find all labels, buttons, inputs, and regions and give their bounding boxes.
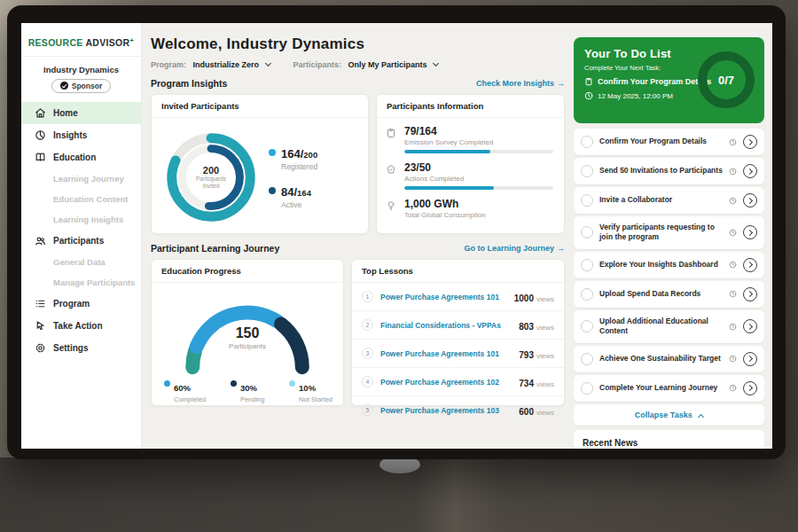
clock-icon xyxy=(584,91,593,100)
photo-background: RESOURCE ADVISOR+ Industry Dynamics Spon… xyxy=(0,0,798,532)
sidebar-item-label: Participants xyxy=(53,236,104,246)
lesson-link[interactable]: Financial Considerations - VPPAs xyxy=(380,321,512,330)
sidebar-item-education[interactable]: Education xyxy=(21,146,141,168)
task-open-button[interactable] xyxy=(743,319,757,333)
stat-consumption: 1,000 GWh Total Global Consumption xyxy=(386,198,553,223)
legend-pending: 30% Pending xyxy=(231,379,265,403)
legend-dot-icon xyxy=(269,187,276,194)
task-checkbox[interactable] xyxy=(581,136,593,148)
task-row[interactable]: Verify participants requesting to join t… xyxy=(574,216,764,249)
task-open-button[interactable] xyxy=(743,225,757,239)
stat-emission-survey: 79/164 Emission Survey Completed xyxy=(386,125,553,153)
lesson-row: 2 Financial Considerations - VPPAs 803vi… xyxy=(352,311,564,340)
task-open-button[interactable] xyxy=(743,381,757,395)
lesson-rank: 2 xyxy=(362,319,373,331)
clock-icon xyxy=(729,261,737,269)
sidebar-item-manage-participants[interactable]: Manage Participants xyxy=(21,272,141,293)
emission-progress-bar xyxy=(404,150,553,153)
task-checkbox[interactable] xyxy=(581,288,593,301)
participants-information-title: Participants Information xyxy=(377,95,564,118)
education-icon xyxy=(35,152,46,163)
legend-dot-icon xyxy=(289,380,295,387)
todo-progress-ring: 0/7 xyxy=(698,51,755,108)
sponsor-label: Sponsor xyxy=(72,82,102,90)
task-row[interactable]: Complete Your Learning Journey xyxy=(574,375,764,402)
clock-icon xyxy=(729,384,737,392)
sidebar-item-learning-journey[interactable]: Learning Journey xyxy=(21,168,141,189)
participants-select[interactable]: Participants: Only My Participants xyxy=(293,60,439,69)
sidebar-item-participants[interactable]: Participants xyxy=(21,230,141,252)
task-checkbox[interactable] xyxy=(581,259,593,271)
legend-dot-icon xyxy=(269,149,276,156)
chevron-down-icon xyxy=(265,60,271,66)
arrow-right-icon: → xyxy=(557,244,565,253)
sponsor-badge: Sponsor xyxy=(21,79,141,93)
invited-participants-card: Invited Participants 200 xyxy=(151,94,369,234)
sidebar-item-learning-insights[interactable]: Learning Insights xyxy=(21,209,141,230)
program-icon xyxy=(35,298,46,309)
page-title: Welcome, Industry Dynamics xyxy=(151,35,565,53)
sidebar-item-general-data[interactable]: General Data xyxy=(21,252,141,272)
home-icon xyxy=(35,107,46,119)
lesson-link[interactable]: Power Purchase Agreements 103 xyxy=(380,406,512,415)
sidebar-item-insights[interactable]: Insights xyxy=(21,124,141,146)
check-more-insights-link[interactable]: Check More Insights→ xyxy=(476,79,565,88)
todo-summary-card: Your To Do List Complete Your Next Task:… xyxy=(574,37,764,123)
participants-icon xyxy=(35,235,46,246)
task-open-button[interactable] xyxy=(743,258,757,272)
task-row[interactable]: Send 50 Invitations to Participants xyxy=(574,158,764,184)
task-row[interactable]: Invite a Collaborator xyxy=(574,187,764,214)
sponsor-icon xyxy=(60,82,68,90)
task-row[interactable]: Upload Additional Educational Content xyxy=(574,310,764,343)
task-checkbox[interactable] xyxy=(581,382,593,395)
program-select[interactable]: Program: Industrialize Zero xyxy=(151,60,270,69)
sidebar-item-label: Program xyxy=(53,299,90,309)
lesson-link[interactable]: Power Purchase Agreements 101 xyxy=(380,349,512,358)
task-checkbox[interactable] xyxy=(581,353,593,365)
logo-advisor: ADVISOR+ xyxy=(85,37,134,48)
todo-progress-value: 0/7 xyxy=(718,74,734,87)
lesson-link[interactable]: Power Purchase Agreements 102 xyxy=(380,378,512,387)
clock-icon xyxy=(729,138,737,146)
main-content: Welcome, Industry Dynamics Program: Indu… xyxy=(142,23,574,449)
chevron-up-icon xyxy=(698,414,704,420)
task-checkbox[interactable] xyxy=(581,165,593,177)
task-checkbox[interactable] xyxy=(581,226,593,239)
go-to-learning-journey-link[interactable]: Go to Learning Journey→ xyxy=(464,244,565,253)
task-row[interactable]: Confirm Your Program Details xyxy=(574,129,764,155)
gauge-center-value: 150 xyxy=(176,325,318,341)
collapse-tasks-link[interactable]: Collapse Tasks xyxy=(574,404,764,426)
invited-donut-chart: 200 Participants Invited xyxy=(159,125,263,230)
todo-due-date: 12 May 2025, 12:00 PM xyxy=(598,92,673,100)
task-open-button[interactable] xyxy=(743,287,757,301)
task-row[interactable]: Explore Your Insights Dashboard xyxy=(574,252,764,278)
legend-registered: 164/200 Registered xyxy=(269,145,317,171)
lesson-link[interactable]: Power Purchase Agreements 101 xyxy=(380,293,507,301)
task-open-button[interactable] xyxy=(743,352,757,366)
sidebar-item-label: Take Action xyxy=(53,321,103,331)
task-checkbox[interactable] xyxy=(581,194,593,207)
sidebar-item-education-content[interactable]: Education Content xyxy=(21,189,141,209)
sidebar-item-take-action[interactable]: Take Action xyxy=(21,315,141,337)
gauge-center-label: Participants xyxy=(176,342,318,350)
task-open-button[interactable] xyxy=(743,193,757,207)
task-open-button[interactable] xyxy=(743,164,757,178)
sidebar-item-settings[interactable]: Settings xyxy=(21,337,141,359)
org-name: Industry Dynamics xyxy=(21,65,141,74)
task-row[interactable]: Upload Spend Data Records xyxy=(574,281,764,308)
task-row[interactable]: Achieve One Sustainability Target xyxy=(574,346,764,372)
sidebar-item-program[interactable]: Program xyxy=(21,293,141,315)
task-checkbox[interactable] xyxy=(581,320,593,332)
gear-icon xyxy=(35,342,46,354)
lesson-rank: 1 xyxy=(362,291,373,302)
participants-information-card: Participants Information 79/164 Emission… xyxy=(376,94,565,234)
task-open-button[interactable] xyxy=(743,135,757,149)
learning-journey-title: Participant Learning Journey xyxy=(151,243,279,254)
clock-icon xyxy=(729,355,737,363)
sidebar-item-label: Home xyxy=(53,108,78,118)
dashboard-screen: RESOURCE ADVISOR+ Industry Dynamics Spon… xyxy=(21,23,772,449)
todo-column: Your To Do List Complete Your Next Task:… xyxy=(574,23,772,449)
participants-label: Participants: xyxy=(293,60,342,69)
sidebar-item-home[interactable]: Home xyxy=(21,102,141,124)
survey-icon xyxy=(386,128,397,153)
